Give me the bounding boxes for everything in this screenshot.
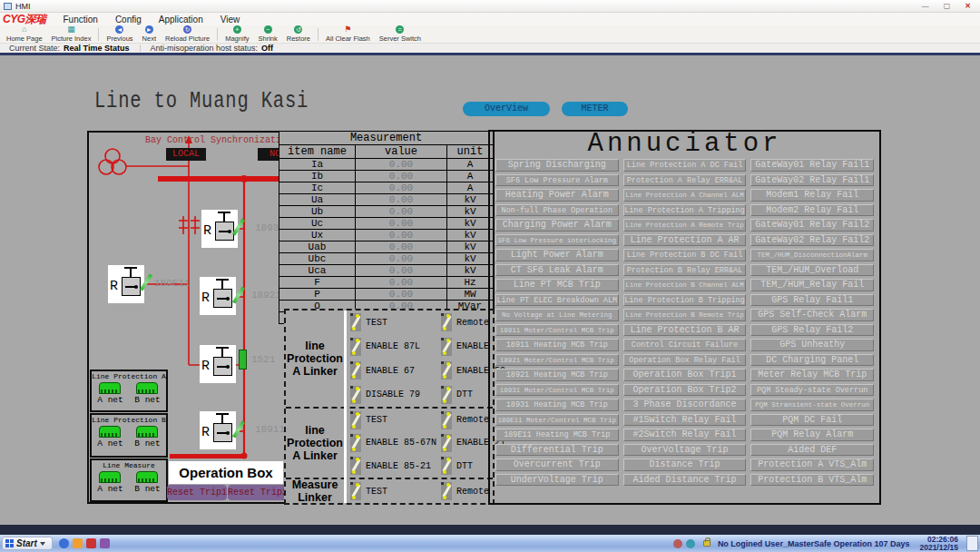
annunciator-tile: Modem1 Relay Fail xyxy=(750,189,874,202)
annunciator-tile: Aided DEF xyxy=(750,444,874,457)
menu-view[interactable]: View xyxy=(220,15,240,25)
measurement-header-item: item name xyxy=(279,145,356,159)
toolbar-next[interactable]: ►Next xyxy=(138,25,161,43)
linker-switch-icon[interactable] xyxy=(441,482,452,500)
annunciator-tile: TEM_/HUM_Overload xyxy=(750,264,874,277)
linker-switch-icon[interactable] xyxy=(350,434,361,452)
linker-switch-icon[interactable] xyxy=(441,457,452,475)
chat-icon[interactable] xyxy=(59,538,69,548)
network-icon[interactable] xyxy=(686,539,695,548)
reset-trip-button[interactable]: Reset Trip2 xyxy=(228,485,288,500)
linker-switch-icon[interactable] xyxy=(441,313,452,331)
minimize-icon[interactable]: — xyxy=(922,3,929,10)
linker-switch-label: TEST xyxy=(366,487,436,497)
toolbar-label: Picture Index xyxy=(52,34,92,43)
ethernet-port-icon xyxy=(99,382,121,394)
menu-application[interactable]: Application xyxy=(159,15,203,25)
linker-switch-icon[interactable] xyxy=(441,434,452,452)
breaker-1521[interactable]: R xyxy=(200,345,236,383)
net-port-label: A net xyxy=(97,484,123,494)
operation-box-buttons: Reset Trip1Reset Trip2 xyxy=(167,485,287,500)
linker-switch-label: ENABLE 87L xyxy=(366,341,436,351)
local-indicator: LOCAL xyxy=(166,148,206,161)
toolbar-restore[interactable]: ↺Restore xyxy=(282,25,315,43)
menu-config[interactable]: Config xyxy=(115,15,142,25)
annunciator-tile: 18931 Heating MCB Trip xyxy=(495,399,619,411)
annunciator-tile: Charging Power Alarm xyxy=(495,219,619,232)
linker-switch-label: DTT xyxy=(456,389,473,399)
meas-item-name: Ub xyxy=(279,206,356,218)
menu-function[interactable]: Function xyxy=(64,15,98,25)
meter-button[interactable]: METER xyxy=(562,102,628,116)
measurement-row: Ua0.00kV xyxy=(279,194,494,206)
annunciator-tile: 18911 Moter/Control MCB Trip xyxy=(495,324,619,337)
net-port: B net xyxy=(134,382,161,405)
meas-unit: kV xyxy=(447,218,494,230)
annunciator-tile: DC Charging Panel xyxy=(750,354,874,367)
annunciator-grid: Spring DischargingLine Protection A DC F… xyxy=(495,159,874,486)
linker-switch-icon[interactable] xyxy=(350,411,361,429)
prev-icon: ◄ xyxy=(115,25,123,34)
menu-items: FunctionConfigApplicationView xyxy=(46,15,240,25)
ethernet-port-icon xyxy=(99,471,121,483)
linker-switch-icon[interactable] xyxy=(350,361,361,380)
annunciator-tile: Overcurrent Trip xyxy=(495,458,619,471)
media-icon[interactable] xyxy=(100,538,110,548)
taskbar: Start No Logined User_MasterSafe Operati… xyxy=(0,535,980,552)
breaker-18931[interactable]: R xyxy=(201,210,238,248)
security-icon[interactable] xyxy=(86,538,96,548)
toolbar-separator xyxy=(318,28,318,41)
files-icon[interactable] xyxy=(73,538,83,548)
maximize-icon[interactable]: ▢ xyxy=(944,3,951,10)
statusbar-divider xyxy=(140,44,141,52)
close-icon[interactable]: ✕ xyxy=(965,3,971,10)
measurement-row: Uca0.00kV xyxy=(279,265,494,277)
toolbar-server-switch[interactable]: =Server Switch xyxy=(375,25,426,43)
linker-switch-icon[interactable] xyxy=(441,386,452,404)
reset-trip-button[interactable]: Reset Trip1 xyxy=(167,485,227,500)
breaker-189E11[interactable]: R xyxy=(108,265,144,303)
meas-value: 0.00 xyxy=(356,277,447,289)
linker-switch-icon[interactable] xyxy=(350,457,361,475)
toolbar-reload-picture[interactable]: ↻Reload Picture xyxy=(161,25,214,43)
annunciator-tile: Line PT MCB Trip xyxy=(495,279,619,291)
panel-line-measure: Line MeasureA netB net xyxy=(90,458,168,502)
toolbar-magnify[interactable]: +Magnify xyxy=(220,25,253,43)
annunciator-tile: UnderVoltage Trip xyxy=(495,474,619,487)
linker-switch-icon[interactable] xyxy=(350,313,361,331)
start-button[interactable]: Start xyxy=(2,537,53,550)
net-panel-title: Line Protection B xyxy=(92,416,166,424)
toolbar-all-clear-flash[interactable]: ⚑All Clear Flash xyxy=(321,25,375,43)
toolbar-previous[interactable]: ◄Previous xyxy=(102,25,137,43)
breaker-18911[interactable]: R xyxy=(200,411,236,449)
show-desktop-button[interactable] xyxy=(966,536,978,551)
linker-switch-icon[interactable] xyxy=(350,386,361,404)
linker-switch-icon[interactable] xyxy=(350,482,361,500)
statusbar: Current State: Real Time Status Anti-mis… xyxy=(0,43,980,53)
toolbar-label: Previous xyxy=(106,34,132,43)
breaker-18921[interactable]: R xyxy=(200,277,236,315)
linker-switch-icon[interactable] xyxy=(441,338,452,356)
toolbar-home-page[interactable]: ⌂Home Page xyxy=(2,25,47,43)
toolbar-picture-index[interactable]: ▦Picture Index xyxy=(47,25,96,43)
linker-switch-icon[interactable] xyxy=(350,338,361,356)
quick-launch xyxy=(59,538,110,548)
annunciator-tile: GateWay01 Relay Fail1 xyxy=(750,159,874,172)
toolbar-shrink[interactable]: −Shrink xyxy=(253,25,281,43)
operation-box: Operation Box xyxy=(169,461,283,484)
linker-switch-icon[interactable] xyxy=(441,411,452,429)
net-port: B net xyxy=(134,471,161,494)
current-state-label: Current State: xyxy=(9,44,60,53)
net-port-label: B net xyxy=(134,439,161,448)
clock[interactable]: 02:26:06 2021/12/15 xyxy=(919,536,958,552)
annunciator-panel: Annuciator Spring DischargingLine Protec… xyxy=(488,130,881,505)
switch-closed-icon[interactable] xyxy=(239,350,247,370)
annunciator-tile: Spring Discharging xyxy=(495,159,619,172)
overview-button[interactable]: OverView xyxy=(463,102,550,116)
alarm-icon[interactable] xyxy=(673,539,682,548)
meas-unit: kV xyxy=(447,265,494,277)
breaker-contact-icon xyxy=(213,423,232,442)
linker-switch-icon[interactable] xyxy=(441,361,452,380)
meas-item-name: Uc xyxy=(279,218,356,230)
meas-value: 0.00 xyxy=(356,253,447,265)
